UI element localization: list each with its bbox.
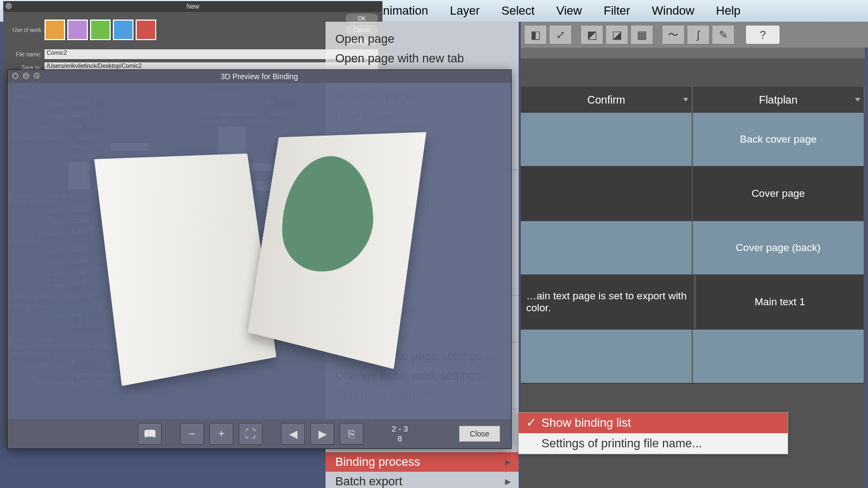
fit-icon[interactable]: ⛶	[239, 423, 263, 445]
tool-pencil-icon[interactable]: ✎	[712, 25, 735, 44]
smi-printing-filename-settings[interactable]: Settings of printing file name...	[519, 433, 788, 454]
tool-grad-b-icon[interactable]: ◪	[605, 25, 628, 44]
window-maximize-icon[interactable]: ▢	[33, 72, 41, 80]
help-button[interactable]: ?	[745, 25, 780, 44]
smi-show-binding-list[interactable]: ✓Show binding list	[519, 413, 788, 433]
menu-select[interactable]: Select	[490, 2, 545, 20]
mi-open-page-tab[interactable]: Open page with new tab	[326, 49, 519, 68]
use-icon-webtoon[interactable]	[67, 20, 88, 40]
window-minimize-icon[interactable]: –	[22, 72, 30, 80]
preview-viewport[interactable]	[8, 83, 511, 419]
table-row[interactable]: Cover page (back)	[521, 221, 865, 275]
menu-layer[interactable]: Layer	[439, 2, 490, 20]
binding-process-submenu: ✓Show binding list Settings of printing …	[518, 412, 788, 454]
toolbar: ◧ ⤢ ◩ ◪ ▦ 〜 ∫ ✎ ?	[521, 22, 868, 48]
use-of-work-label: Use of work	[8, 27, 41, 33]
file-name-label: File name:	[8, 52, 41, 57]
tool-marquee-icon[interactable]: ▦	[630, 25, 653, 44]
menu-help[interactable]: Help	[705, 2, 751, 20]
prev-page-icon[interactable]: ◀	[281, 423, 305, 445]
zoom-in-icon[interactable]: +	[209, 423, 233, 445]
tool-grad-a-icon[interactable]: ◩	[580, 25, 603, 44]
preview-toolbar: 📖 − + ⛶ ◀ ▶ ⎘ 2 - 3 8 Close	[8, 419, 511, 448]
menu-filter[interactable]: Filter	[593, 2, 641, 20]
tool-fill-icon[interactable]: ◧	[524, 25, 547, 44]
next-page-icon[interactable]: ▶	[310, 423, 334, 445]
zoom-out-icon[interactable]: −	[180, 423, 204, 445]
preview-window: ✕ – ▢ 3D Preview for Binding 📖 − + ⛶ ◀ ▶…	[7, 69, 512, 449]
book-page-right	[247, 132, 426, 369]
mi-binding-process[interactable]: Binding process	[326, 452, 519, 472]
copy-icon[interactable]: ⎘	[340, 423, 363, 445]
tool-curve-a-icon[interactable]: 〜	[662, 25, 685, 44]
use-icon-print[interactable]	[113, 20, 133, 40]
use-icon-illustration[interactable]	[44, 20, 65, 40]
preview-close-button[interactable]: Close	[459, 426, 500, 442]
page-indicator: 2 - 3 8	[392, 424, 408, 444]
menu-window[interactable]: Window	[641, 2, 705, 20]
table-row[interactable]: Cover page	[521, 167, 865, 221]
window-close-icon[interactable]: ✕	[11, 72, 20, 80]
mi-batch-export[interactable]: Batch export	[326, 472, 519, 488]
use-icon-comic[interactable]	[90, 20, 111, 40]
table-row[interactable]	[521, 330, 865, 384]
table-row[interactable]: Back cover page	[521, 113, 865, 167]
col-confirm[interactable]: Confirm	[521, 87, 693, 113]
tool-curve-b-icon[interactable]: ∫	[687, 25, 710, 44]
dialog-titlebar: New	[3, 1, 382, 12]
menu-view[interactable]: View	[545, 2, 592, 20]
book-3d	[86, 132, 433, 370]
book-page-left	[94, 153, 277, 386]
table-row: …ain text page is set to export with col…	[521, 275, 865, 330]
tool-transform-icon[interactable]: ⤢	[549, 25, 572, 44]
use-icon-animation[interactable]	[136, 20, 156, 40]
preview-title: 3D Preview for Binding	[221, 72, 298, 81]
mi-open-page[interactable]: Open page	[326, 29, 519, 49]
bookview-icon[interactable]: 📖	[138, 423, 162, 445]
close-icon[interactable]	[5, 3, 12, 9]
col-flatplan[interactable]: Flatplan	[693, 87, 865, 113]
